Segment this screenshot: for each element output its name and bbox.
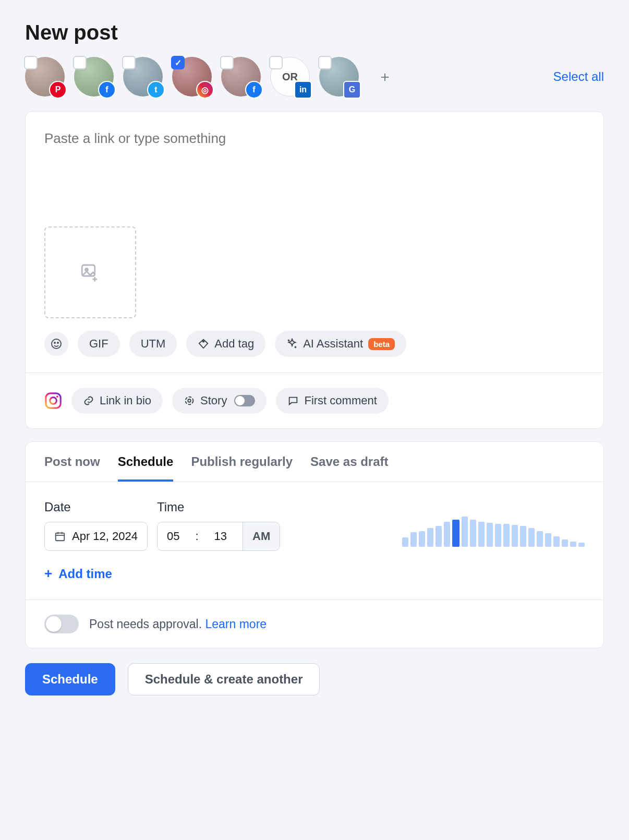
histogram-bar	[402, 537, 408, 547]
histogram-bar	[470, 520, 476, 547]
account-selector-google[interactable]: G	[319, 57, 359, 97]
story-label: Story	[200, 394, 227, 407]
date-value: Apr 12, 2024	[72, 530, 138, 543]
histogram-bar	[562, 539, 568, 547]
histogram-bar	[528, 528, 535, 547]
tab-schedule[interactable]: Schedule	[118, 454, 174, 482]
add-time-button[interactable]: + Add time	[44, 566, 280, 582]
image-plus-icon	[79, 261, 101, 283]
histogram-bar	[478, 522, 485, 547]
composer-card: GIF UTM Add tag AI Assistant beta Link i…	[25, 111, 604, 429]
accounts-row: Pft✓◎fORinG ＋ Select all	[25, 57, 604, 97]
approval-row: Post needs approval. Learn more	[26, 599, 603, 648]
account-checkbox[interactable]	[318, 56, 332, 69]
instagram-icon: ◎	[196, 81, 214, 99]
facebook-icon: f	[98, 81, 116, 99]
histogram-bar	[512, 525, 518, 547]
tag-icon	[198, 338, 209, 350]
histogram-bar	[578, 543, 585, 547]
approval-toggle[interactable]	[44, 615, 79, 633]
tab-save-draft[interactable]: Save as draft	[310, 454, 388, 482]
date-label: Date	[44, 500, 148, 514]
histogram-bar	[462, 517, 468, 547]
account-checkbox[interactable]	[122, 56, 136, 69]
facebook-icon: f	[245, 81, 263, 99]
date-input[interactable]: Apr 12, 2024	[44, 522, 148, 551]
story-switch[interactable]	[234, 395, 255, 406]
first-comment-button[interactable]: First comment	[276, 388, 388, 414]
account-selector-facebook[interactable]: f	[221, 57, 261, 97]
time-label: Time	[157, 500, 280, 514]
time-ampm[interactable]: AM	[243, 522, 280, 550]
time-field: Time 05 : 13 AM	[157, 500, 280, 551]
time-minute[interactable]: 13	[205, 522, 236, 550]
ai-assistant-label: AI Assistant	[303, 337, 363, 351]
account-checkbox[interactable]	[24, 56, 38, 69]
svg-point-2	[52, 339, 61, 349]
svg-point-5	[203, 341, 204, 342]
account-selector-instagram[interactable]: ✓◎	[172, 57, 212, 97]
histogram-bar	[444, 522, 450, 547]
account-selector-pinterest[interactable]: P	[25, 57, 65, 97]
svg-point-8	[56, 395, 58, 398]
emoji-icon	[50, 338, 63, 350]
time-input[interactable]: 05 : 13 AM	[157, 522, 280, 551]
beta-badge: beta	[368, 338, 395, 350]
approval-learn-more-link[interactable]: Learn more	[205, 617, 267, 631]
time-colon: :	[195, 530, 198, 543]
calendar-icon	[54, 531, 66, 542]
page-title: New post	[25, 21, 604, 44]
ai-assistant-button[interactable]: AI Assistant beta	[275, 331, 406, 357]
footer-actions: Schedule Schedule & create another	[25, 663, 604, 695]
utm-button[interactable]: UTM	[129, 331, 177, 357]
tab-post-now[interactable]: Post now	[44, 454, 100, 482]
histogram-bar	[553, 536, 560, 547]
story-toggle[interactable]: Story	[172, 388, 267, 414]
composer-toolbar: GIF UTM Add tag AI Assistant beta	[44, 318, 585, 373]
histogram-bar	[452, 520, 459, 547]
add-tag-label: Add tag	[214, 337, 254, 351]
emoji-button[interactable]	[44, 332, 68, 356]
link-in-bio-button[interactable]: Link in bio	[71, 388, 163, 414]
schedule-tabs: Post now Schedule Publish regularly Save…	[26, 442, 603, 482]
histogram-bar	[487, 523, 493, 547]
account-checkbox[interactable]	[220, 56, 234, 69]
histogram-bar	[419, 531, 425, 547]
approval-text: Post needs approval.	[89, 617, 202, 631]
svg-point-10	[188, 399, 191, 402]
account-selector-facebook[interactable]: f	[74, 57, 114, 97]
histogram-bar	[503, 524, 510, 547]
schedule-button[interactable]: Schedule	[25, 663, 115, 695]
select-all-link[interactable]: Select all	[553, 69, 604, 84]
linkedin-icon: in	[294, 81, 312, 99]
histogram-bar	[570, 542, 576, 547]
account-checkbox[interactable]	[269, 56, 283, 69]
svg-rect-6	[46, 393, 61, 408]
account-checkbox[interactable]	[73, 56, 87, 69]
svg-point-4	[57, 342, 58, 343]
pinterest-icon: P	[49, 81, 67, 99]
post-textarea[interactable]	[44, 130, 585, 214]
sparkle-icon	[286, 338, 298, 350]
svg-point-3	[54, 342, 55, 343]
schedule-another-button[interactable]: Schedule & create another	[128, 663, 320, 695]
link-in-bio-label: Link in bio	[100, 394, 151, 407]
account-selector-twitter[interactable]: t	[123, 57, 163, 97]
twitter-icon: t	[147, 81, 165, 99]
add-media-dropzone[interactable]	[44, 226, 136, 318]
histogram-bar	[427, 528, 433, 547]
first-comment-label: First comment	[304, 394, 377, 407]
schedule-card: Post now Schedule Publish regularly Save…	[25, 441, 604, 649]
histogram-bar	[520, 526, 526, 547]
link-icon	[83, 395, 94, 406]
add-account-button[interactable]: ＋	[374, 66, 395, 87]
account-checkbox[interactable]: ✓	[171, 56, 185, 69]
time-hour[interactable]: 05	[158, 522, 189, 550]
histogram-bar	[495, 524, 501, 547]
tab-publish-regularly[interactable]: Publish regularly	[191, 454, 293, 482]
add-tag-button[interactable]: Add tag	[186, 331, 265, 357]
account-selector-linkedin[interactable]: ORin	[270, 57, 310, 97]
comment-icon	[287, 395, 299, 406]
svg-point-7	[50, 398, 57, 404]
gif-button[interactable]: GIF	[78, 331, 120, 357]
